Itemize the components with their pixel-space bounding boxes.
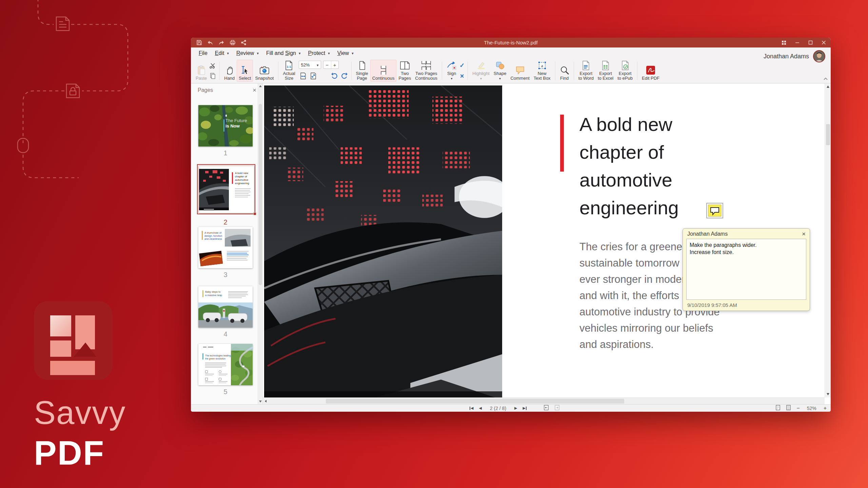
scrollbar-thumb[interactable] xyxy=(826,124,830,145)
paste-button[interactable]: Paste xyxy=(194,60,209,82)
scrollbar-thumb[interactable] xyxy=(259,104,262,285)
thumb3-paragraph-lines xyxy=(227,250,249,261)
chevron-down-icon: ▾ xyxy=(499,77,501,80)
page-thumbnail-2-selected[interactable]: A bold new chapter of automotive enginee… xyxy=(197,164,255,214)
collapse-toolbar-icon[interactable] xyxy=(823,75,828,81)
close-icon[interactable] xyxy=(822,40,826,45)
menu-view[interactable]: View▾ xyxy=(334,49,357,58)
rotate-left-icon[interactable] xyxy=(331,73,338,81)
zoom-out-button[interactable]: − xyxy=(796,405,800,411)
zoom-in-button[interactable]: + xyxy=(331,61,338,69)
thumb4-paragraph-lines xyxy=(228,290,248,299)
redo-icon[interactable] xyxy=(218,40,224,45)
shape-button[interactable]: Shape▾ xyxy=(492,60,509,82)
apps-grid-icon[interactable] xyxy=(782,40,786,45)
copy-icon[interactable] xyxy=(210,73,216,79)
sign-button[interactable]: Sign▾ xyxy=(445,60,459,82)
menu-edit[interactable]: Edit▾ xyxy=(211,49,233,58)
comment-text-area[interactable]: Make the paragraphs wider. Increase font… xyxy=(686,239,806,300)
toolbar-divider xyxy=(555,61,555,80)
thumb2-heading-line1: A bold new xyxy=(235,172,249,175)
thumb4-heading-line2: a massive leap xyxy=(205,294,222,297)
first-page-button[interactable]: ◀ xyxy=(470,406,473,410)
chevron-down-icon: ▾ xyxy=(451,77,453,80)
single-page-button[interactable]: SinglePage xyxy=(354,60,370,82)
scroll-up-icon[interactable] xyxy=(259,85,262,87)
cut-icon[interactable] xyxy=(210,63,216,69)
account-area[interactable]: Jonathan Adams xyxy=(764,49,825,63)
thumb2-heading-line2: chapter of xyxy=(235,175,249,178)
hand-tool-button[interactable]: Hand xyxy=(222,60,237,82)
zoom-level-value: 52% xyxy=(301,62,310,67)
export-to-epub-button[interactable]: Exportto ePub xyxy=(615,60,635,82)
export-to-word-button[interactable]: Exportto Word xyxy=(576,60,596,82)
rotate-right-icon[interactable] xyxy=(341,73,348,81)
select-tool-button[interactable]: Select xyxy=(237,60,253,82)
svg-text:a: a xyxy=(541,63,543,68)
maximize-icon[interactable] xyxy=(808,40,813,45)
continuous-view-icon[interactable] xyxy=(786,405,791,411)
menu-review[interactable]: Review▾ xyxy=(233,49,262,58)
print-icon[interactable] xyxy=(230,40,236,45)
scroll-down-icon[interactable] xyxy=(259,401,262,403)
last-page-button[interactable]: ▶ xyxy=(522,406,526,410)
toolbar-divider xyxy=(637,61,637,80)
undo-icon[interactable] xyxy=(207,40,213,45)
page-number: 4 xyxy=(198,330,253,338)
pages-panel-scrollbar[interactable] xyxy=(258,83,262,404)
two-pages-button[interactable]: TwoPages xyxy=(396,60,413,82)
new-text-box-button[interactable]: a NewText Box xyxy=(532,60,553,82)
share-icon[interactable] xyxy=(241,40,246,45)
zoom-level-dropdown[interactable]: 52% ▾ xyxy=(299,61,321,69)
edit-pdf-button[interactable]: Edit PDF xyxy=(640,60,662,82)
comment-timestamp: 9/10/2019 9:57:05 AM xyxy=(683,300,810,311)
page-thumbnail-4[interactable]: Baby steps to a massive leap 4 xyxy=(198,286,253,338)
avatar[interactable] xyxy=(813,50,825,62)
menu-fill-and-sign[interactable]: Fill and Sign▾ xyxy=(262,49,304,58)
page-thumbnail-3[interactable]: A triumvirate of design, function and cl… xyxy=(198,227,253,279)
menu-file[interactable]: File xyxy=(195,49,211,58)
continuous-button[interactable]: Continuous xyxy=(370,60,397,82)
highlight-button[interactable]: Highlight▾ xyxy=(470,60,492,82)
titlebar[interactable]: The-Future-is-Now2.pdf xyxy=(191,38,831,47)
fit-page-icon[interactable] xyxy=(310,73,317,81)
document-horizontal-scrollbar[interactable] xyxy=(263,397,825,404)
comment-button[interactable]: Comment xyxy=(508,60,531,82)
page-thumbnail-5[interactable]: The technologies leading the green revol… xyxy=(198,344,253,396)
reject-cross-icon[interactable]: × xyxy=(459,73,465,79)
fit-width-icon[interactable] xyxy=(299,73,307,81)
toolbar-divider xyxy=(351,61,352,80)
scroll-left-icon[interactable] xyxy=(265,400,267,403)
single-page-view-icon[interactable] xyxy=(775,405,781,411)
pages-panel-close-icon[interactable]: × xyxy=(253,87,256,93)
document-vertical-scrollbar[interactable] xyxy=(825,83,831,397)
minimize-icon[interactable] xyxy=(795,40,800,45)
comment-popup[interactable]: Jonathan Adams × Make the paragraphs wid… xyxy=(683,228,810,311)
comment-close-icon[interactable]: × xyxy=(802,232,806,236)
mouse-icon xyxy=(18,138,28,153)
comment-annotation-icon[interactable] xyxy=(706,203,723,220)
export-to-excel-button[interactable]: Exportto Excel xyxy=(596,60,615,82)
scroll-up-icon[interactable] xyxy=(827,85,829,88)
page-thumbnail-1[interactable]: The Future is Now 1 xyxy=(198,105,253,157)
previous-view-button[interactable] xyxy=(544,405,549,411)
edit-pdf-icon xyxy=(646,65,655,75)
snapshot-button[interactable]: Snapshot xyxy=(253,60,276,82)
actual-size-button[interactable]: 1:1 ActualSize xyxy=(281,60,297,82)
previous-page-button[interactable]: ◀ xyxy=(479,406,481,410)
zoom-in-button[interactable]: + xyxy=(824,405,827,411)
approve-check-icon[interactable]: ✓ xyxy=(459,63,465,68)
two-pages-continuous-button[interactable]: Two PagesContinuous xyxy=(413,60,439,82)
find-button[interactable]: Find xyxy=(558,60,571,82)
zoom-out-button[interactable]: − xyxy=(323,61,331,69)
menu-protect[interactable]: Protect▾ xyxy=(304,49,334,58)
selection-resize-handle[interactable] xyxy=(253,212,256,215)
document-viewport[interactable]: A bold new chapter of automotive enginee… xyxy=(263,83,831,404)
scroll-down-icon[interactable] xyxy=(827,393,829,395)
page-number: 1 xyxy=(198,149,253,157)
scrollbar-thumb[interactable] xyxy=(326,399,624,404)
save-icon[interactable] xyxy=(196,40,202,45)
next-page-button[interactable]: ▶ xyxy=(514,406,517,410)
next-view-button[interactable] xyxy=(554,405,560,411)
thumb2-heading-line4: engineering xyxy=(235,182,249,185)
